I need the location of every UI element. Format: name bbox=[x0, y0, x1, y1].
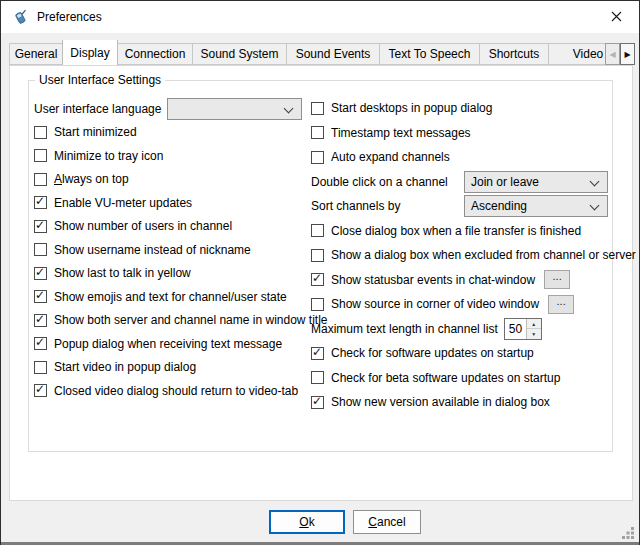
checkbox-label: Minimize to tray icon bbox=[54, 149, 163, 163]
double-click-row: Double click on a channel Join or leave bbox=[311, 170, 608, 195]
excluded-dialog-checkbox[interactable]: ✓ bbox=[311, 249, 324, 262]
minimize-to-tray-checkbox[interactable]: ✓ bbox=[34, 149, 47, 162]
group-title: User Interface Settings bbox=[35, 73, 165, 87]
checkbox-label: Show source in corner of video window bbox=[331, 297, 539, 311]
video-source-checkbox[interactable]: ✓ bbox=[311, 298, 324, 311]
checkbox-label: Check for software updates on startup bbox=[331, 346, 534, 360]
vu-meter-checkbox[interactable]: ✓ bbox=[34, 196, 47, 209]
checkbox-label: Closed video dialog should return to vid… bbox=[54, 384, 298, 398]
checkbox-label: Close dialog box when a file transfer is… bbox=[331, 224, 581, 238]
checkbox-label: Start video in popup dialog bbox=[54, 360, 196, 374]
window-title: Preferences bbox=[37, 10, 102, 24]
checkbox-label: Show last to talk in yellow bbox=[54, 266, 191, 280]
checkbox-label: Show number of users in channel bbox=[54, 219, 232, 233]
checkbox-row: ✓ Auto expand channels bbox=[311, 145, 608, 170]
resize-grip[interactable] bbox=[622, 527, 635, 540]
checkbox-row: ✓ Show both server and channel name in w… bbox=[34, 309, 302, 333]
checkbox-row: ✓ Popup dialog when receiving text messa… bbox=[34, 332, 302, 356]
checkbox-row: ✓ Show username instead of nickname bbox=[34, 238, 302, 262]
checkbox-row: ✓ Start desktops in popup dialog bbox=[311, 96, 608, 121]
checkbox-label: Show emojis and text for channel/user st… bbox=[54, 290, 287, 304]
checkbox-row: ✓ Show last to talk in yellow bbox=[34, 262, 302, 286]
check-updates-checkbox[interactable]: ✓ bbox=[311, 347, 324, 360]
checkbox-label: Show statusbar events in chat-window bbox=[331, 273, 535, 287]
desktops-popup-checkbox[interactable]: ✓ bbox=[311, 102, 324, 115]
double-click-label: Double click on a channel bbox=[311, 175, 448, 189]
last-to-talk-checkbox[interactable]: ✓ bbox=[34, 267, 47, 280]
statusbar-events-browse-button[interactable]: ... bbox=[544, 270, 570, 289]
checkbox-row: ✓ Show number of users in channel bbox=[34, 215, 302, 239]
spinner-value[interactable]: 50 bbox=[505, 319, 526, 339]
always-on-top-checkbox[interactable]: ✓ bbox=[34, 173, 47, 186]
cancel-button-label: Cancel bbox=[368, 515, 405, 529]
check-icon: ✓ bbox=[35, 313, 45, 326]
chevron-down-icon bbox=[590, 201, 600, 211]
tab-scroll-left-icon[interactable]: ◀ bbox=[605, 43, 620, 65]
preferences-dialog: Preferences General Display Connection S… bbox=[0, 0, 640, 545]
checkbox-label: Start desktops in popup dialog bbox=[331, 101, 492, 115]
checkbox-label: Auto expand channels bbox=[331, 150, 450, 164]
server-channel-title-checkbox[interactable]: ✓ bbox=[34, 314, 47, 327]
ok-button-label: Ok bbox=[299, 515, 314, 529]
checkbox-label: Always on top bbox=[54, 172, 129, 186]
check-beta-updates-checkbox[interactable]: ✓ bbox=[311, 371, 324, 384]
statusbar-events-checkbox[interactable]: ✓ bbox=[311, 273, 324, 286]
sort-channels-select[interactable]: Ascending bbox=[464, 195, 608, 217]
language-row: User interface language bbox=[34, 97, 302, 121]
close-on-transfer-checkbox[interactable]: ✓ bbox=[311, 224, 324, 237]
auto-expand-checkbox[interactable]: ✓ bbox=[311, 151, 324, 164]
closed-video-return-checkbox[interactable]: ✓ bbox=[34, 384, 47, 397]
checkbox-row: ✓ Timestamp text messages bbox=[311, 121, 608, 146]
sort-channels-row: Sort channels by Ascending bbox=[311, 194, 608, 219]
spin-down-icon[interactable]: ▼ bbox=[527, 329, 541, 339]
checkbox-row: ✓ Always on top bbox=[34, 168, 302, 192]
checkbox-label: Timestamp text messages bbox=[331, 126, 471, 140]
title-bar: Preferences bbox=[1, 1, 639, 33]
checkbox-row: ✓ Start minimized bbox=[34, 121, 302, 145]
video-source-row: ✓ Show source in corner of video window … bbox=[311, 292, 608, 317]
video-popup-checkbox[interactable]: ✓ bbox=[34, 361, 47, 374]
start-minimized-checkbox[interactable]: ✓ bbox=[34, 126, 47, 139]
cancel-button[interactable]: Cancel bbox=[353, 510, 421, 534]
ok-button[interactable]: Ok bbox=[269, 510, 345, 534]
checkbox-label: Show new version available in dialog box bbox=[331, 395, 550, 409]
show-username-checkbox[interactable]: ✓ bbox=[34, 243, 47, 256]
spinner-arrows: ▲ ▼ bbox=[526, 319, 541, 339]
chevron-down-icon bbox=[590, 176, 600, 186]
sort-channels-label: Sort channels by bbox=[311, 199, 400, 213]
checkbox-label: Show both server and channel name in win… bbox=[54, 313, 328, 327]
checkbox-label: Show username instead of nickname bbox=[54, 243, 251, 257]
checkbox-row: ✓ Enable VU-meter updates bbox=[34, 191, 302, 215]
tab-bar: General Display Connection Sound System … bbox=[9, 40, 605, 65]
tab-sound-system[interactable]: Sound System bbox=[192, 43, 287, 65]
check-icon: ✓ bbox=[35, 383, 45, 396]
timestamp-checkbox[interactable]: ✓ bbox=[311, 126, 324, 139]
spin-up-icon[interactable]: ▲ bbox=[527, 319, 541, 330]
tab-sound-events[interactable]: Sound Events bbox=[286, 43, 380, 65]
max-text-length-spinner: 50 ▲ ▼ bbox=[504, 318, 542, 340]
show-user-count-checkbox[interactable]: ✓ bbox=[34, 220, 47, 233]
tab-shortcuts[interactable]: Shortcuts bbox=[479, 43, 549, 65]
check-icon: ✓ bbox=[312, 272, 322, 285]
tab-connection[interactable]: Connection bbox=[117, 43, 193, 65]
emojis-checkbox[interactable]: ✓ bbox=[34, 290, 47, 303]
double-click-select[interactable]: Join or leave bbox=[464, 171, 608, 193]
checkbox-row: ✓ Check for software updates on startup bbox=[311, 341, 608, 366]
checkbox-row: ✓ Close dialog box when a file transfer … bbox=[311, 219, 608, 244]
tab-text-to-speech[interactable]: Text To Speech bbox=[379, 43, 480, 65]
checkbox-row: ✓ Check for beta software updates on sta… bbox=[311, 366, 608, 391]
new-version-dialog-checkbox[interactable]: ✓ bbox=[311, 396, 324, 409]
video-source-browse-button[interactable]: ... bbox=[548, 295, 574, 314]
app-icon bbox=[12, 9, 28, 25]
check-icon: ✓ bbox=[35, 195, 45, 208]
checkbox-row: ✓ Show new version available in dialog b… bbox=[311, 390, 608, 415]
check-icon: ✓ bbox=[35, 219, 45, 232]
language-label: User interface language bbox=[34, 102, 161, 116]
tab-scroll-right-icon[interactable]: ▶ bbox=[620, 43, 635, 65]
tab-video[interactable]: Video bbox=[548, 43, 605, 65]
language-select[interactable] bbox=[167, 98, 302, 120]
popup-text-message-checkbox[interactable]: ✓ bbox=[34, 337, 47, 350]
tab-display[interactable]: Display bbox=[62, 40, 118, 65]
close-icon[interactable] bbox=[595, 2, 637, 31]
tab-general[interactable]: General bbox=[9, 43, 63, 65]
